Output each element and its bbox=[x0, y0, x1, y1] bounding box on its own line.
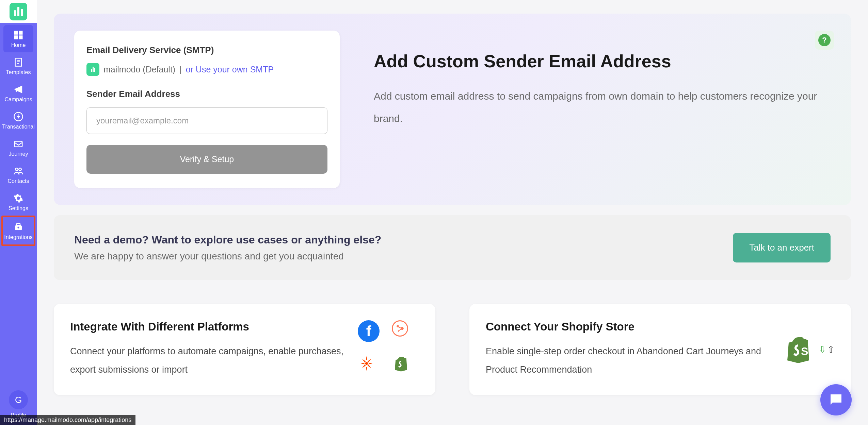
sidebar-item-campaigns[interactable]: Campaigns bbox=[3, 80, 33, 107]
sidebar-item-journey[interactable]: Journey bbox=[3, 134, 33, 161]
hubspot-icon bbox=[392, 320, 408, 337]
shopify-title: Connect Your Shopify Store bbox=[486, 320, 768, 333]
journey-icon bbox=[13, 138, 24, 150]
sender-title: Add Custom Sender Email Address bbox=[374, 51, 831, 71]
sidebar-item-home[interactable]: Home bbox=[3, 25, 33, 52]
chat-widget-button[interactable] bbox=[820, 384, 852, 415]
email-input[interactable] bbox=[86, 107, 327, 134]
svg-text:S: S bbox=[801, 345, 808, 357]
campaigns-icon bbox=[13, 84, 24, 95]
svg-line-15 bbox=[399, 327, 401, 328]
sidebar-item-label: Campaigns bbox=[5, 97, 32, 103]
sidebar-item-label: Contacts bbox=[7, 178, 29, 184]
shopify-small-icon bbox=[392, 355, 410, 373]
demo-card: Need a demo? Want to explore use cases o… bbox=[54, 215, 851, 280]
verify-setup-button[interactable]: Verify & Setup bbox=[86, 145, 327, 174]
sender-info: Add Custom Sender Email Address Add cust… bbox=[374, 31, 831, 188]
smtp-label: Email Delivery Service (SMTP) bbox=[86, 45, 327, 55]
shopify-description: Enable single-step order checkout in Aba… bbox=[486, 342, 768, 379]
sync-arrows-icon: ⇩ ⇧ bbox=[819, 344, 835, 355]
sidebar: Home Templates Campaigns Transactional J… bbox=[0, 0, 37, 425]
sidebar-item-label: Home bbox=[11, 42, 26, 48]
svg-point-11 bbox=[19, 168, 21, 171]
sender-address-label: Sender Email Address bbox=[86, 89, 327, 99]
sidebar-item-templates[interactable]: Templates bbox=[3, 52, 33, 80]
profile-avatar: G bbox=[9, 390, 28, 409]
svg-point-10 bbox=[15, 168, 18, 171]
transactional-icon bbox=[13, 111, 24, 122]
integrate-description: Connect your platforms to automate campa… bbox=[70, 342, 344, 379]
demo-subtitle: We are happy to answer your questions an… bbox=[74, 251, 733, 262]
svg-rect-1 bbox=[19, 31, 22, 35]
main-content: Email Delivery Service (SMTP) mailmodo (… bbox=[37, 0, 868, 425]
sidebar-item-label: Settings bbox=[9, 205, 28, 211]
sidebar-item-label: Integrations bbox=[4, 234, 33, 240]
sidebar-item-contacts[interactable]: Contacts bbox=[3, 161, 33, 188]
sender-email-card: Email Delivery Service (SMTP) mailmodo (… bbox=[54, 14, 851, 205]
svg-rect-2 bbox=[14, 35, 18, 39]
sidebar-item-label: Transactional bbox=[2, 124, 34, 130]
settings-icon bbox=[13, 192, 24, 204]
smtp-default-text: mailmodo (Default) bbox=[103, 65, 175, 74]
talk-to-expert-button[interactable]: Talk to an expert bbox=[733, 233, 831, 262]
shopify-visual: S ⇩ ⇧ bbox=[782, 320, 835, 379]
help-icon: ? bbox=[818, 34, 831, 46]
svg-line-16 bbox=[399, 329, 401, 330]
sidebar-item-label: Templates bbox=[6, 69, 31, 75]
cards-row: Integrate With Different Platforms Conne… bbox=[54, 304, 851, 395]
sender-description: Add custom email address to send campaig… bbox=[374, 85, 831, 130]
shopify-large-icon: S bbox=[782, 333, 815, 366]
sidebar-item-integrations[interactable]: Integrations bbox=[1, 216, 35, 246]
profile-section[interactable]: G Profile bbox=[9, 390, 28, 418]
facebook-icon: f bbox=[358, 320, 380, 342]
smtp-row: mailmodo (Default) | or Use your own SMT… bbox=[86, 63, 327, 76]
smtp-separator: | bbox=[179, 65, 182, 74]
sidebar-item-label: Journey bbox=[9, 151, 28, 157]
svg-rect-3 bbox=[19, 35, 22, 39]
chat-icon bbox=[828, 392, 844, 408]
mailmodo-small-icon bbox=[86, 63, 99, 76]
integrate-title: Integrate With Different Platforms bbox=[70, 320, 344, 333]
logo-container[interactable] bbox=[0, 0, 37, 23]
home-icon bbox=[13, 29, 24, 41]
sidebar-item-transactional[interactable]: Transactional bbox=[3, 107, 33, 134]
contacts-icon bbox=[13, 165, 24, 177]
integrate-platforms-card[interactable]: Integrate With Different Platforms Conne… bbox=[54, 304, 435, 395]
sidebar-item-settings[interactable]: Settings bbox=[3, 188, 33, 216]
integrations-icon bbox=[13, 221, 24, 233]
templates-icon bbox=[13, 56, 24, 68]
svg-rect-9 bbox=[15, 141, 22, 147]
demo-text: Need a demo? Want to explore use cases o… bbox=[74, 234, 733, 262]
smtp-own-link[interactable]: or Use your own SMTP bbox=[186, 65, 274, 74]
shopify-store-card[interactable]: Connect Your Shopify Store Enable single… bbox=[469, 304, 851, 395]
svg-rect-0 bbox=[14, 31, 18, 35]
demo-title: Need a demo? Want to explore use cases o… bbox=[74, 234, 733, 246]
zapier-icon bbox=[358, 355, 375, 372]
platform-icons: f bbox=[358, 320, 419, 379]
profile-initial: G bbox=[15, 395, 22, 405]
sender-form-box: Email Delivery Service (SMTP) mailmodo (… bbox=[74, 31, 340, 188]
help-button[interactable]: ? bbox=[815, 31, 834, 50]
mailmodo-logo-icon bbox=[10, 3, 27, 20]
status-bar: https://manage.mailmodo.com/app/integrat… bbox=[0, 415, 135, 425]
